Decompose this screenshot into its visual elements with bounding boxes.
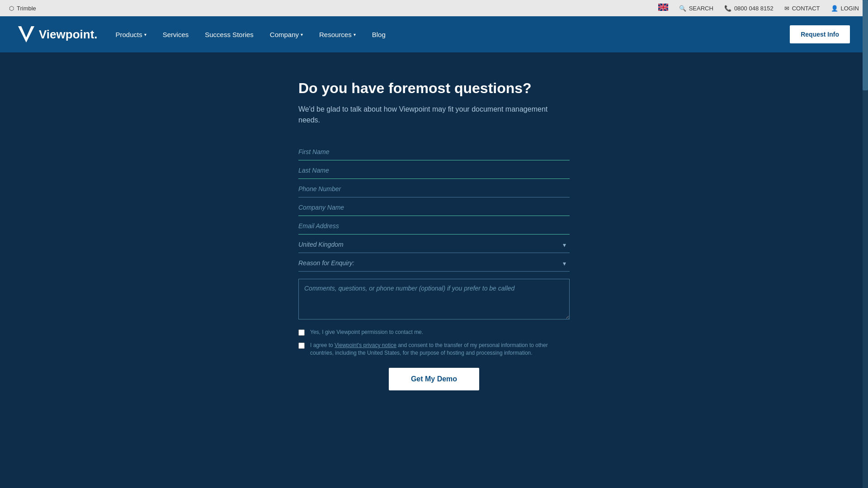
top-bar-right: 🔍 SEARCH 📞 0800 048 8152 ✉ CONTACT 👤 LOG… — [658, 4, 859, 13]
trimble-icon: ⬡ — [9, 5, 14, 12]
login-link[interactable]: 👤 LOGIN — [831, 5, 859, 12]
form-subtitle: We'd be glad to talk about how Viewpoint… — [298, 104, 570, 126]
trimble-label: Trimble — [17, 5, 36, 12]
top-bar: ⬡ Trimble 🔍 SEARCH 📞 0800 048 8152 ✉ CON… — [0, 0, 868, 16]
last-name-input[interactable] — [298, 162, 570, 179]
privacy-checkbox-item: I agree to Viewpoint's privacy notice an… — [298, 342, 570, 357]
privacy-link[interactable]: Viewpoint's privacy notice — [335, 342, 396, 348]
nav-item-blog[interactable]: Blog — [372, 27, 386, 42]
reason-select-wrapper: Reason for Enquiry: Request a Demo Gener… — [298, 255, 570, 272]
flag-icon[interactable] — [658, 4, 668, 13]
last-name-field — [298, 162, 570, 179]
chevron-down-icon: ▾ — [354, 32, 356, 37]
nav-company-label: Company — [270, 31, 299, 38]
checkbox-group: Yes, I give Viewpoint permission to cont… — [298, 328, 570, 357]
nav-item-products[interactable]: Products ▾ — [116, 27, 146, 42]
phone-icon: 📞 — [724, 5, 731, 12]
chevron-down-icon: ▾ — [301, 32, 303, 37]
form-container: Do you have foremost questions? We'd be … — [298, 80, 570, 461]
nav-resources-label: Resources — [319, 31, 352, 38]
country-select-wrapper: United Kingdom United States Other ▾ — [298, 236, 570, 253]
permission-checkbox[interactable] — [298, 329, 305, 336]
nav-menu: Products ▾ Services Success Stories Comp… — [116, 27, 386, 42]
email-input[interactable] — [298, 218, 570, 235]
nav-item-services[interactable]: Services — [163, 27, 189, 42]
first-name-input[interactable] — [298, 144, 570, 160]
trimble-brand: ⬡ Trimble — [9, 5, 36, 12]
phone-field — [298, 181, 570, 197]
nav-products-label: Products — [116, 31, 142, 38]
nav-item-resources[interactable]: Resources ▾ — [319, 27, 356, 42]
form-title: Do you have foremost questions? — [298, 80, 570, 97]
nav-bar: Viewpoint. Products ▾ Services Success S… — [0, 16, 868, 52]
company-input[interactable] — [298, 199, 570, 216]
search-link[interactable]: 🔍 SEARCH — [679, 5, 713, 12]
reason-select[interactable]: Reason for Enquiry: Request a Demo Gener… — [298, 255, 570, 272]
nav-services-label: Services — [163, 31, 189, 38]
contact-form: United Kingdom United States Other ▾ Rea… — [298, 144, 570, 390]
permission-checkbox-item: Yes, I give Viewpoint permission to cont… — [298, 328, 570, 336]
nav-blog-label: Blog — [372, 31, 386, 38]
top-bar-left: ⬡ Trimble — [9, 5, 36, 12]
country-select[interactable]: United Kingdom United States Other — [298, 236, 570, 253]
first-name-field — [298, 144, 570, 160]
contact-label: CONTACT — [792, 5, 820, 12]
login-icon: 👤 — [831, 5, 838, 12]
svg-marker-1 — [18, 26, 34, 42]
chevron-down-icon: ▾ — [144, 32, 146, 37]
submit-button[interactable]: Get My Demo — [389, 368, 479, 390]
viewpoint-v-icon — [18, 26, 34, 42]
email-field — [298, 218, 570, 235]
country-field: United Kingdom United States Other ▾ — [298, 236, 570, 253]
comments-field — [298, 273, 570, 321]
comments-textarea[interactable] — [298, 279, 570, 319]
contact-icon: ✉ — [784, 5, 789, 12]
nav-logo[interactable]: Viewpoint. — [18, 26, 98, 42]
phone-number: 0800 048 8152 — [734, 5, 774, 12]
search-label: SEARCH — [689, 5, 713, 12]
scrollbar[interactable] — [863, 0, 868, 488]
nav-item-company[interactable]: Company ▾ — [270, 27, 303, 42]
contact-link[interactable]: ✉ CONTACT — [784, 5, 820, 12]
privacy-label: I agree to Viewpoint's privacy notice an… — [310, 342, 570, 357]
privacy-checkbox[interactable] — [298, 343, 305, 349]
search-icon: 🔍 — [679, 5, 686, 12]
phone-input[interactable] — [298, 181, 570, 197]
company-field — [298, 199, 570, 216]
phone-link[interactable]: 📞 0800 048 8152 — [724, 5, 774, 12]
nav-success-label: Success Stories — [205, 31, 254, 38]
nav-item-success-stories[interactable]: Success Stories — [205, 27, 254, 42]
permission-label: Yes, I give Viewpoint permission to cont… — [310, 328, 423, 336]
request-info-button[interactable]: Request Info — [790, 25, 850, 43]
nav-logo-text: Viewpoint. — [39, 28, 98, 42]
main-content: Do you have foremost questions? We'd be … — [0, 52, 868, 488]
scroll-thumb[interactable] — [863, 0, 868, 90]
reason-field: Reason for Enquiry: Request a Demo Gener… — [298, 255, 570, 272]
login-label: LOGIN — [841, 5, 859, 12]
